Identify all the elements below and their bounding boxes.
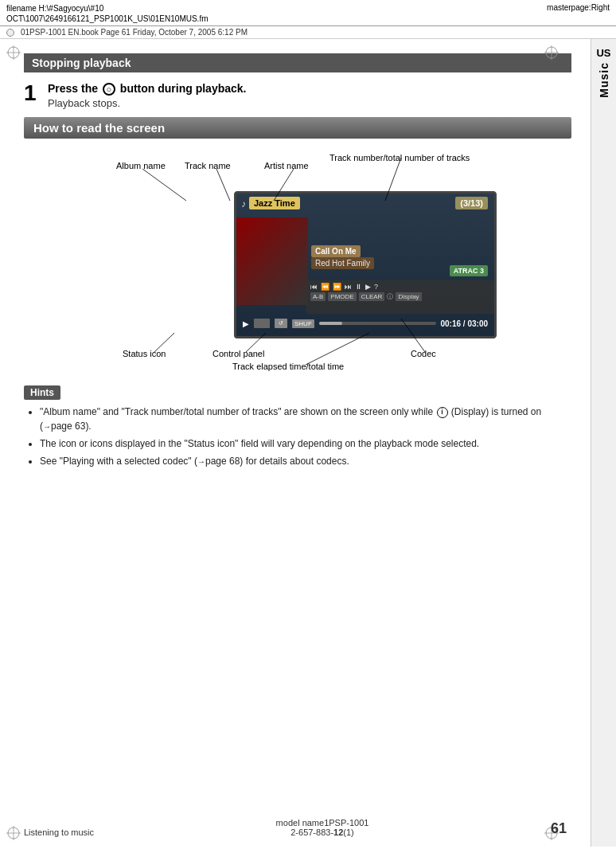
ctrl-row1: ⏮ ⏪ ⏩ ⏭ ⏸ ▶ ?: [310, 283, 490, 291]
screen-inner: ♪ Jazz Time (3/13) Call On Me Red Hot Fa…: [236, 194, 494, 336]
ctrl-prev: ⏪: [321, 283, 329, 291]
step-content: Press the ○ button during playback. Play…: [48, 82, 571, 109]
hint-item-2: The icon or icons displayed in the "Stat…: [40, 436, 571, 451]
page-body: Stopping playback 1 Press the ○ button d…: [0, 39, 591, 847]
footer-left-label: Listening to music: [24, 827, 94, 837]
circle-button-symbol: ○: [103, 83, 115, 96]
footer-model: model name1PSP-1001: [276, 818, 369, 827]
corner-mark-tr: [544, 45, 559, 60]
page-number: 61: [551, 820, 567, 837]
display-label: Display: [396, 292, 421, 301]
time-elapsed: 00:16 / 03:00: [441, 319, 489, 328]
arrow-icon-3: →: [197, 457, 205, 466]
label-track-name: Track name: [185, 161, 231, 170]
label-codec: Codec: [411, 349, 436, 358]
jazz-time-label: Jazz Time: [249, 197, 300, 209]
section-header-howtoread: How to read the screen: [24, 117, 571, 139]
atrac-badge: ATRAC 3: [450, 265, 488, 276]
pause-icon: [254, 319, 270, 328]
ctrl-rewind: ⏮: [310, 283, 318, 291]
step-1: 1 Press the ○ button during playback. Pl…: [24, 82, 571, 109]
red-hot-family: Red Hot Family: [311, 257, 374, 269]
footer-center: model name1PSP-1001 2-657-883-12(1): [276, 818, 369, 837]
step-instruction: Press the ○ button during playback.: [48, 82, 571, 96]
ctrl-next: ⏩: [333, 283, 341, 291]
registration-mark: [6, 29, 14, 37]
sidebar-right: US Music: [591, 39, 616, 847]
ab-label: A-B: [310, 292, 326, 301]
music-note-icon: ♪: [241, 198, 246, 209]
hint-item-1: "Album name" and "Track number/total num…: [40, 405, 571, 433]
hints-header: Hints: [24, 385, 60, 400]
subheader-bookinfo: 01PSP-1001 EN.book Page 61 Friday, Octob…: [0, 26, 616, 39]
ctrl-stop: ⏸: [355, 283, 362, 291]
info-icon: ⓘ: [387, 292, 393, 301]
album-art: [236, 217, 308, 305]
control-panel: ⏮ ⏪ ⏩ ⏭ ⏸ ▶ ? A-B PMODE CLEAR ⓘ: [306, 280, 494, 314]
ctrl-ff: ⏭: [345, 283, 352, 291]
step-substep: Playback stops.: [48, 97, 571, 109]
call-on-me: Call On Me: [311, 245, 361, 257]
music-note-area: ♪: [241, 198, 246, 209]
hints-list: "Album name" and "Track number/total num…: [24, 405, 571, 468]
shuf-badge: SHUF: [292, 319, 314, 328]
page-footer: Listening to music model name1PSP-1001 2…: [0, 818, 591, 837]
label-elapsed-total: Track elapsed time/total time: [232, 362, 344, 371]
sidebar-music-label: Music: [598, 62, 610, 98]
label-track-number: Track number/total number of tracks: [329, 153, 470, 162]
loop-icon: ↺: [275, 319, 287, 328]
ctrl-question: ?: [374, 283, 378, 291]
step-number: 1: [24, 82, 41, 104]
label-status-icon: Status icon: [123, 349, 166, 358]
track-count: (3/13): [455, 197, 488, 209]
play-icon-small: ▶: [243, 319, 249, 328]
screen-diagram: ♪ Jazz Time (3/13) Call On Me Red Hot Fa…: [91, 151, 505, 374]
ctrl-row2: A-B PMODE CLEAR ⓘ Display: [310, 292, 490, 301]
clear-label: CLEAR: [359, 292, 385, 301]
header-masterpage: masterpage:Right: [547, 3, 610, 12]
progress-bar: [319, 322, 436, 325]
footer-partnum: 2-657-883-12(1): [276, 827, 369, 837]
label-control-panel: Control panel: [212, 349, 264, 358]
header-filename: filename H:\#Sagyocyu\#10 OCT\1007\26491…: [6, 3, 209, 24]
svg-line-7: [216, 169, 230, 201]
ctrl-play: ▶: [365, 283, 371, 291]
pmode-label: PMODE: [328, 292, 356, 301]
hint-item-3: See "Playing with a selected codec" (→pa…: [40, 454, 571, 468]
sidebar-us-label: US: [596, 47, 610, 59]
psp-screen: ♪ Jazz Time (3/13) Call On Me Red Hot Fa…: [234, 191, 497, 338]
progress-area: ▶ ↺ SHUF 00:16 / 03:00: [243, 315, 488, 331]
corner-mark-tl: [6, 45, 21, 60]
section-header-stopping: Stopping playback: [24, 53, 571, 72]
label-album-name: Album name: [116, 161, 166, 170]
display-btn-icon: i: [437, 407, 448, 418]
arrow-icon-1: →: [43, 422, 51, 431]
hints-section: Hints "Album name" and "Track number/tot…: [24, 385, 571, 468]
page-header: filename H:\#Sagyocyu\#10 OCT\1007\26491…: [0, 0, 616, 26]
progress-fill: [319, 322, 342, 325]
svg-line-6: [142, 169, 186, 201]
main-content: Stopping playback 1 Press the ○ button d…: [0, 39, 616, 847]
label-artist-name: Artist name: [264, 161, 309, 170]
